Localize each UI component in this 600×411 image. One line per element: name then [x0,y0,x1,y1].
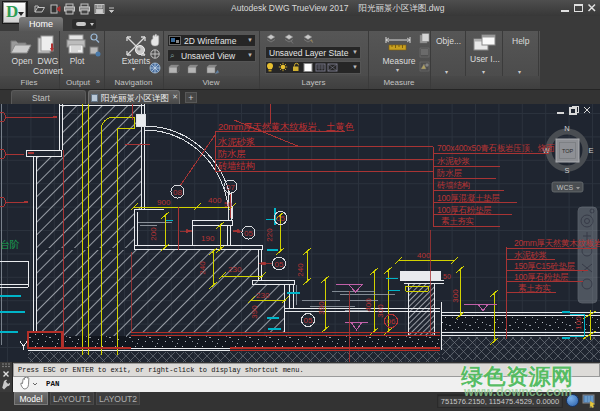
svg-text:400: 400 [417,251,431,260]
svg-text:水泥砂浆: 水泥砂浆 [437,156,471,166]
svg-text:07: 07 [226,183,235,192]
svg-text:20mm厚天然黄木纹板岩、土黄色: 20mm厚天然黄木纹板岩、土黄色 [218,121,354,132]
svg-text:05: 05 [304,316,313,325]
svg-text:砖墙结构: 砖墙结构 [436,180,470,190]
svg-text:100厚混凝土垫层: 100厚混凝土垫层 [437,193,500,203]
svg-text:E: E [588,146,593,155]
svg-text:TOP: TOP [562,148,574,154]
svg-text:05: 05 [276,214,285,223]
svg-text:300: 300 [451,289,460,303]
svg-text:150厚C15砼垫层: 150厚C15砼垫层 [514,261,576,271]
svg-text:190: 190 [201,234,215,243]
svg-text:400: 400 [364,298,373,312]
svg-text:砖墙结构: 砖墙结构 [217,160,255,171]
svg-text:S: S [564,166,569,175]
svg-text:06: 06 [387,317,396,326]
svg-text:05: 05 [275,260,284,269]
svg-text:素土夯实: 素土夯实 [518,283,551,293]
svg-text:200: 200 [149,227,158,241]
svg-text:防水层: 防水层 [218,148,246,159]
svg-text:水泥砂浆: 水泥砂浆 [217,136,256,147]
svg-text:100: 100 [574,316,583,330]
svg-text:300: 300 [376,304,385,318]
svg-text:390: 390 [250,305,259,319]
svg-text:390: 390 [317,301,326,315]
svg-text:240: 240 [198,261,207,275]
svg-text:100厚石粉垫层: 100厚石粉垫层 [437,205,492,215]
svg-text:WCS: WCS [557,184,574,191]
svg-text:400: 400 [208,196,222,205]
svg-text:08: 08 [173,188,182,197]
svg-text:230: 230 [228,265,242,274]
svg-text:素土夯实: 素土夯实 [441,216,474,226]
svg-text:05: 05 [244,229,253,238]
svg-text:50: 50 [224,201,232,208]
svg-text:N: N [564,124,569,133]
svg-text:240: 240 [296,263,305,277]
svg-text:台阶: 台阶 [0,239,20,250]
svg-text:水泥砂浆: 水泥砂浆 [514,250,548,260]
svg-text:防水层: 防水层 [437,168,462,178]
svg-text:230: 230 [256,291,270,300]
svg-text:20mm厚天然黄木纹板岩: 20mm厚天然黄木纹板岩 [514,238,600,248]
svg-text:220: 220 [265,228,274,242]
svg-text:900: 900 [157,198,171,207]
svg-text:50: 50 [443,273,451,280]
svg-text:700x400x50青石板岩压顶、烧面: 700x400x50青石板岩压顶、烧面 [437,143,555,153]
svg-text:100厚石粉垫层: 100厚石粉垫层 [514,272,569,282]
